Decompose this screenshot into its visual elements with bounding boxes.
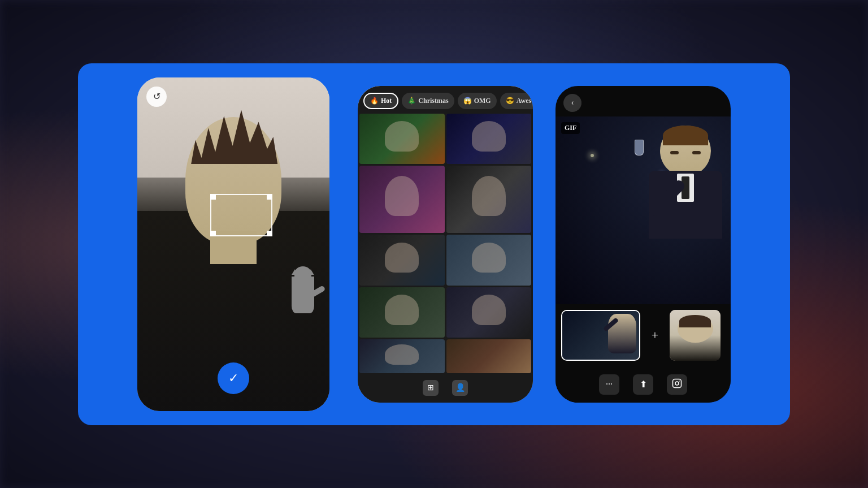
- user-face-thumbnail[interactable]: [670, 310, 721, 361]
- more-options-button[interactable]: ···: [599, 374, 619, 395]
- gif-cell-8[interactable]: [446, 287, 532, 338]
- gif-grid: [358, 114, 533, 373]
- gif-selector-inner: 🔥 Hot 🎄 Christmas 😱 OMG 😎 Aweso...: [358, 86, 533, 403]
- gif-cell-10[interactable]: [446, 339, 532, 373]
- main-card: ↺: [78, 63, 790, 425]
- thumbnail-row: +: [555, 304, 731, 366]
- gif-cell-4[interactable]: [446, 166, 532, 233]
- tag-omg[interactable]: 😱 OMG: [458, 93, 497, 109]
- share-icon: ⬆: [640, 379, 647, 390]
- grid-icon: ⊞: [427, 383, 434, 392]
- gif-cell-1[interactable]: [359, 114, 445, 164]
- fire-icon: 🔥: [370, 97, 379, 105]
- person-icon-btn[interactable]: 👤: [452, 380, 468, 396]
- gif-cell-5[interactable]: [359, 235, 445, 285]
- svg-point-2: [679, 381, 680, 382]
- christmas-icon: 🎄: [407, 97, 416, 105]
- plus-icon: +: [652, 328, 658, 343]
- phone3-topbar: ‹: [555, 86, 731, 116]
- tags-bar: 🔥 Hot 🎄 Christmas 😱 OMG 😎 Aweso...: [358, 86, 533, 114]
- grid-icon-btn[interactable]: ⊞: [423, 380, 439, 396]
- face-detection-box: [210, 194, 272, 236]
- tag-hot[interactable]: 🔥 Hot: [363, 93, 398, 109]
- gif-cell-6[interactable]: [446, 235, 532, 285]
- selected-gif-thumbnail[interactable]: [561, 310, 640, 361]
- omg-icon: 😱: [463, 97, 472, 105]
- phone-gif-preview: ‹ GIF: [555, 86, 731, 403]
- back-icon: ‹: [571, 98, 574, 107]
- back-button[interactable]: ‹: [563, 94, 581, 112]
- phone-camera: ↺: [137, 77, 329, 411]
- gif-label: GIF: [561, 122, 580, 134]
- refresh-button[interactable]: ↺: [146, 87, 167, 107]
- person-icon: 👤: [455, 383, 465, 392]
- gif-cell-7[interactable]: [359, 287, 445, 338]
- gif-cell-3[interactable]: [359, 166, 445, 233]
- gif-cell-9[interactable]: [359, 339, 445, 373]
- phone3-bottom-bar: ··· ⬆: [555, 366, 731, 403]
- check-button[interactable]: ✓: [218, 362, 249, 394]
- phone2-bottom-bar: ⊞ 👤: [358, 373, 533, 403]
- tag-christmas[interactable]: 🎄 Christmas: [402, 93, 454, 109]
- camera-topbar: ↺: [146, 87, 167, 107]
- camera-view: ↺: [137, 77, 329, 411]
- gatsby-gif: [555, 116, 731, 304]
- share-button[interactable]: ⬆: [633, 374, 653, 395]
- instagram-icon: [672, 378, 682, 391]
- gif-cell-2[interactable]: [446, 114, 532, 164]
- awesome-icon: 😎: [506, 97, 514, 105]
- instagram-button[interactable]: [667, 374, 687, 395]
- phone-gif-selector: 🔥 Hot 🎄 Christmas 😱 OMG 😎 Aweso...: [358, 86, 533, 403]
- svg-rect-0: [673, 379, 682, 387]
- svg-point-1: [675, 382, 679, 385]
- add-thumbnail-button[interactable]: +: [645, 325, 665, 346]
- tag-awesome[interactable]: 😎 Aweso...: [500, 93, 533, 109]
- main-gif-display: GIF: [555, 116, 731, 304]
- more-icon: ···: [606, 379, 613, 390]
- gif-preview-inner: ‹ GIF: [555, 86, 731, 403]
